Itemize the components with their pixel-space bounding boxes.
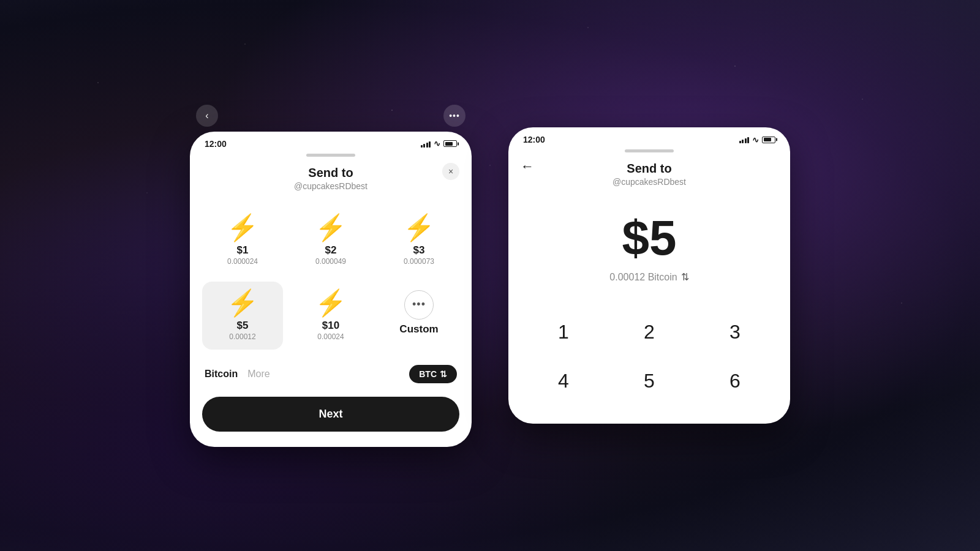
- amount-btc-10: 0.00024: [317, 332, 344, 341]
- key-4[interactable]: 4: [521, 356, 606, 405]
- lightning-icon-10: ⚡: [315, 290, 347, 316]
- phone2-signal-icon: [739, 136, 750, 143]
- amount-usd-2: $2: [325, 244, 337, 257]
- phone1-time: 12:00: [205, 139, 227, 149]
- lightning-icon-2: ⚡: [315, 215, 347, 241]
- key-5-label: 5: [644, 370, 655, 392]
- phone1-wrapper: ‹ ••• 12:00 ∿: [190, 105, 472, 447]
- key-6-label: 6: [729, 370, 741, 392]
- amount-btc-5: 0.00012: [229, 332, 255, 341]
- key-5[interactable]: 5: [606, 356, 692, 405]
- next-button[interactable]: Next: [202, 397, 459, 432]
- phone2-status-bar: 12:00 ∿: [508, 127, 790, 149]
- phone2-battery-icon: [762, 137, 775, 143]
- signal-bar-p2-4: [747, 137, 749, 143]
- amount-usd-10: $10: [322, 320, 339, 332]
- signal-bar-4: [429, 141, 431, 148]
- phone2-back-button[interactable]: ←: [521, 159, 534, 174]
- phone1-recipient: @cupcakesRDbest: [202, 181, 459, 191]
- key-1-label: 1: [558, 321, 569, 343]
- phone1-status-bar: 12:00 ∿: [190, 132, 472, 154]
- phone1-header: Send to @cupcakesRDbest ×: [190, 163, 472, 200]
- phone1-send-to-title: Send to: [202, 166, 459, 180]
- lightning-icon-5: ⚡: [227, 290, 258, 316]
- custom-dots-icon: •••: [404, 290, 434, 320]
- back-chevron-icon: ‹: [205, 110, 208, 121]
- tab-bitcoin[interactable]: Bitcoin: [205, 369, 238, 380]
- currency-tabs: Bitcoin More: [205, 369, 270, 380]
- key-3[interactable]: 3: [692, 307, 778, 356]
- btc-swap-icon: ⇅: [440, 369, 447, 379]
- signal-bar-2: [423, 144, 425, 148]
- phone1-card: 12:00 ∿ Send to: [190, 132, 472, 447]
- custom-label: Custom: [399, 323, 438, 335]
- more-dots-icon: •••: [449, 111, 460, 121]
- phone2-swap-icon[interactable]: ⇅: [681, 271, 689, 283]
- lightning-icon-1: ⚡: [227, 215, 258, 241]
- phone2-big-amount: $5: [521, 211, 778, 265]
- back-button-outer[interactable]: ‹: [196, 105, 218, 127]
- amount-cell-5[interactable]: ⚡ $5 0.00012: [202, 282, 283, 350]
- signal-bar-1: [421, 145, 423, 148]
- phone2-wifi-icon: ∿: [752, 135, 759, 144]
- key-2-label: 2: [644, 321, 655, 343]
- phone1-signal-icon: [421, 140, 431, 148]
- phone2-header: ← Send to @cupcakesRDbest: [508, 159, 790, 199]
- amount-usd-3: $3: [413, 244, 425, 257]
- amount-cell-10[interactable]: ⚡ $10 0.00024: [290, 282, 371, 350]
- phone2-notch: [625, 149, 674, 152]
- signal-bar-p2-2: [742, 140, 744, 143]
- amount-cell-3[interactable]: ⚡ $3 0.000073: [379, 206, 459, 274]
- signal-bar-p2-3: [745, 138, 747, 143]
- amount-btc-2: 0.000049: [315, 257, 346, 266]
- phone2-btc-amount: 0.00012 Bitcoin ⇅: [521, 271, 778, 283]
- phone1-top-controls: ‹ •••: [190, 105, 472, 127]
- key-1[interactable]: 1: [521, 307, 606, 356]
- phone2-btc-value: 0.00012 Bitcoin: [609, 272, 677, 283]
- phone2-recipient: @cupcakesRDbest: [521, 177, 778, 187]
- currency-row: Bitcoin More BTC ⇅: [190, 359, 472, 389]
- close-button[interactable]: ×: [442, 163, 459, 180]
- signal-bar-3: [426, 143, 428, 148]
- phone1-wifi-icon: ∿: [434, 139, 440, 148]
- close-icon: ×: [448, 167, 453, 176]
- key-6[interactable]: 6: [692, 356, 778, 405]
- phone2-wrapper: 12:00 ∿ ←: [508, 127, 790, 424]
- phone2-card: 12:00 ∿ ←: [508, 127, 790, 424]
- amount-cell-1[interactable]: ⚡ $1 0.000024: [202, 206, 283, 274]
- phone2-time: 12:00: [523, 135, 545, 144]
- phone2-status-icons: ∿: [739, 135, 776, 144]
- battery-fill: [445, 142, 453, 146]
- amount-cell-2[interactable]: ⚡ $2 0.000049: [290, 206, 371, 274]
- more-button-outer[interactable]: •••: [443, 105, 466, 127]
- tab-more[interactable]: More: [247, 369, 270, 380]
- phone2-keypad: 1 2 3 4 5 6: [508, 295, 790, 424]
- amount-btc-1: 0.000024: [227, 257, 258, 266]
- signal-bar-p2-1: [739, 141, 741, 143]
- phones-container: ‹ ••• 12:00 ∿: [0, 0, 980, 551]
- amount-btc-3: 0.000073: [404, 257, 434, 266]
- key-3-label: 3: [729, 321, 741, 343]
- custom-amount-cell[interactable]: ••• Custom: [379, 282, 459, 350]
- phone1-battery-icon: [443, 140, 457, 147]
- key-4-label: 4: [558, 370, 569, 392]
- phone2-send-to-title: Send to: [521, 162, 778, 176]
- btc-currency-button[interactable]: BTC ⇅: [409, 365, 457, 383]
- phone2-amount-display: $5 0.00012 Bitcoin ⇅: [508, 199, 790, 289]
- lightning-icon-3: ⚡: [403, 215, 435, 241]
- phone1-notch: [306, 154, 355, 157]
- amount-usd-1: $1: [237, 244, 249, 257]
- phone1-amount-grid: ⚡ $1 0.000024 ⚡ $2 0.000049 ⚡ $3 0.00007…: [190, 200, 472, 356]
- btc-label: BTC: [419, 369, 437, 379]
- phone1-status-icons: ∿: [421, 139, 458, 148]
- amount-usd-5: $5: [237, 320, 249, 332]
- key-2[interactable]: 2: [606, 307, 692, 356]
- battery-fill-p2: [764, 138, 772, 141]
